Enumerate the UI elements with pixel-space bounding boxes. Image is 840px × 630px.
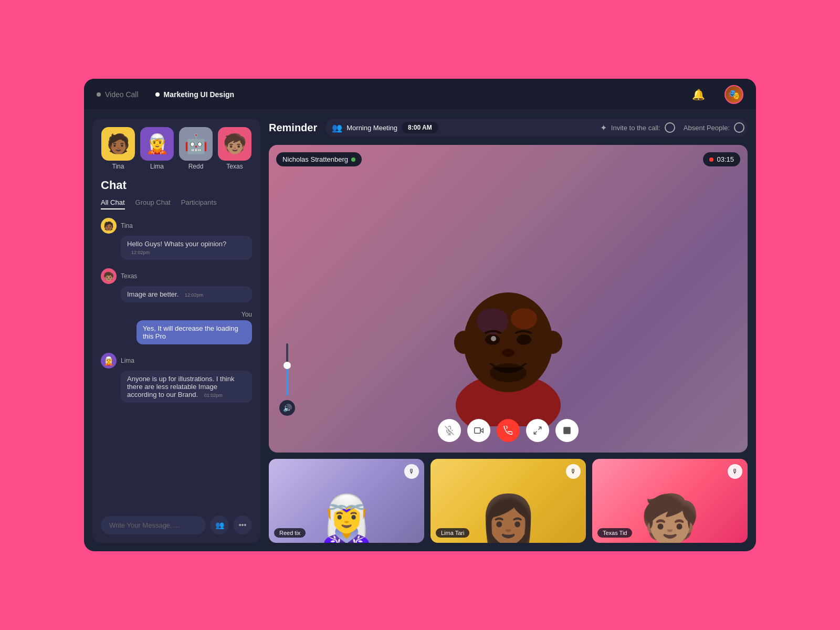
absent-circle [734, 122, 744, 133]
tab-all-chat[interactable]: All Chat [101, 198, 125, 209]
texas-name-label: Texas Tid [597, 528, 632, 538]
msg-name-lima: Lima [121, 357, 134, 364]
svg-line-18 [534, 432, 537, 434]
speaker-label: Nicholas Strattenberg [276, 152, 362, 166]
meeting-name: Morning Meeting [346, 124, 397, 132]
svg-point-9 [454, 331, 473, 354]
volume-slider-thumb[interactable] [284, 362, 291, 369]
speaker-name: Nicholas Strattenberg [282, 155, 348, 163]
participant-name-redd: Redd [188, 163, 204, 170]
bell-icon[interactable]: 🔔 [689, 85, 708, 104]
msg-header-texas: 🧒🏽 Texas [101, 268, 252, 284]
msg-avatar-tina: 🧑🏾 [101, 218, 117, 234]
stop-button[interactable] [555, 419, 579, 442]
chat-messages: 🧑🏾 Tina Hello Guys! Whats your opinion? … [101, 218, 252, 509]
participant-redd[interactable]: 🤖 Redd [179, 127, 213, 170]
chat-input[interactable] [101, 516, 206, 534]
svg-marker-15 [480, 428, 483, 433]
people-icon: ✦ [600, 123, 607, 133]
reminder-title: Reminder [269, 122, 317, 134]
volume-icon[interactable]: 🔊 [279, 400, 295, 416]
msg-header-lima: 🧝 Lima [101, 353, 252, 369]
nav-dot-2 [155, 92, 160, 97]
camera-button[interactable] [467, 419, 490, 442]
msg-bubble-texas: Image are better. 12:02pm [121, 286, 252, 302]
participant-texas[interactable]: 🧒🏽 Texas [218, 127, 251, 170]
avatar-lima: 🧝 [140, 127, 174, 161]
msg-bubble-tina: Hello Guys! Whats your opinion? 12:02pm [121, 236, 252, 260]
add-participants-button[interactable]: 👥 [210, 516, 229, 534]
tab-group-chat[interactable]: Group Chat [135, 198, 171, 209]
user-avatar[interactable]: 🎭 [724, 85, 743, 104]
right-panel: Reminder 👥 Morning Meeting 8:00 AM ✦ Inv… [269, 119, 748, 543]
msg-name-tina: Tina [121, 222, 133, 229]
mute-button[interactable] [438, 419, 461, 442]
timer-display: 03:15 [717, 155, 734, 163]
svg-point-8 [502, 349, 514, 357]
svg-point-10 [543, 331, 562, 354]
speaker-avatar-svg [435, 243, 582, 426]
svg-point-7 [491, 336, 496, 341]
video-main: Nicholas Strattenberg 03:15 [269, 145, 748, 453]
msg-name-texas: Texas [121, 272, 137, 280]
volume-control: 🔊 [279, 343, 295, 416]
hangup-button[interactable] [497, 419, 520, 442]
participant-lima[interactable]: 🧝 Lima [140, 127, 174, 170]
chat-tabs: All Chat Group Chat Participants [101, 198, 252, 209]
msg-bubble-lima: Anyone is up for illustrations. I think … [121, 371, 252, 403]
texas-mic-icon[interactable]: 🎙 [728, 464, 742, 479]
participant-video-texas: 🧒🏽 🎙 Texas Tid [592, 459, 748, 543]
video-timer: 03:15 [703, 152, 740, 166]
reminder-bar: 👥 Morning Meeting 8:00 AM ✦ Invite to th… [326, 119, 748, 136]
msg-time-texas: 12:02pm [185, 292, 203, 298]
participant-video-lima: 👩🏾 🎙 Lima Tari [430, 459, 586, 543]
chat-input-row: 👥 ••• [101, 516, 252, 534]
message-self: You Yes, It will decrease the loading th… [101, 311, 252, 344]
message-lima: 🧝 Lima Anyone is up for illustrations. I… [101, 353, 252, 403]
svg-point-6 [517, 334, 531, 345]
meeting-icon: 👥 [332, 123, 342, 133]
avatar-redd: 🤖 [179, 127, 213, 161]
reed-name-label: Reed tix [274, 528, 306, 538]
msg-header-tina: 🧑🏾 Tina [101, 218, 252, 234]
participant-name-lima: Lima [150, 163, 164, 170]
msg-time-lima: 01:02pm [204, 393, 223, 398]
chat-title: Chat [101, 178, 252, 192]
nav-tab-marketing[interactable]: Marketing UI Design [155, 90, 235, 99]
reed-mic-icon[interactable]: 🎙 [404, 464, 419, 479]
invite-label: Invite to the call: [611, 124, 660, 132]
self-label: You [242, 311, 252, 318]
nav-tab-video-call-label: Video Call [105, 90, 139, 99]
nav-tab-video-call[interactable]: Video Call [97, 90, 139, 99]
msg-bubble-self: Yes, It will decrease the loading this P… [136, 320, 252, 344]
lima-avatar: 👩🏾 [479, 496, 538, 543]
participants-row: 🧑🏾 Tina 🧝 Lima 🤖 Redd 🧒🏽 Texas [101, 127, 252, 170]
lima-mic-icon[interactable]: 🎙 [566, 464, 581, 479]
top-nav: Video Call Marketing UI Design 🔔 🎭 [84, 79, 756, 110]
speaker-active-dot [351, 158, 355, 162]
more-options-button[interactable]: ••• [233, 516, 252, 534]
participant-tina[interactable]: 🧑🏾 Tina [101, 127, 135, 170]
participant-name-tina: Tina [112, 163, 124, 170]
lima-name-label: Lima Tari [436, 528, 469, 538]
volume-slider-fill [286, 364, 288, 396]
msg-avatar-texas: 🧒🏽 [101, 268, 117, 284]
volume-slider-track[interactable] [286, 343, 288, 396]
video-avatar-container [435, 243, 582, 426]
chat-panel: 🧑🏾 Tina 🧝 Lima 🤖 Redd 🧒🏽 Texas Chat [92, 119, 260, 543]
tab-participants[interactable]: Participants [181, 198, 217, 209]
texas-avatar: 🧒🏽 [640, 496, 699, 543]
nav-dot-1 [97, 92, 101, 97]
svg-line-17 [539, 427, 541, 429]
absent-label: Absent People: [684, 124, 730, 132]
avatar-texas: 🧒🏽 [218, 127, 251, 161]
svg-rect-19 [563, 427, 571, 434]
meeting-time-badge: 8:00 AM [402, 122, 438, 133]
invite-section: ✦ Invite to the call: [600, 122, 675, 133]
main-content: 🧑🏾 Tina 🧝 Lima 🤖 Redd 🧒🏽 Texas Chat [84, 110, 756, 551]
reminder-section: Reminder 👥 Morning Meeting 8:00 AM ✦ Inv… [269, 119, 748, 136]
expand-button[interactable] [526, 419, 549, 442]
video-controls [438, 419, 579, 442]
participant-name-texas: Texas [226, 163, 243, 170]
recording-dot [709, 158, 713, 162]
